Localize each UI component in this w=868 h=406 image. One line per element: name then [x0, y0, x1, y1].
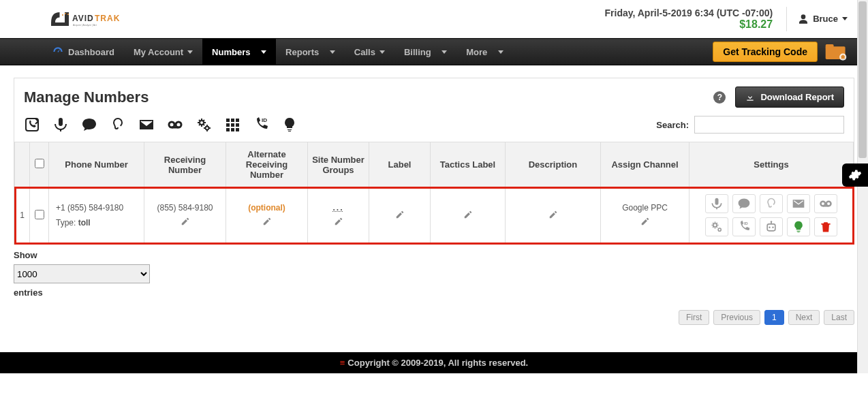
- col-channel[interactable]: Assign Channel: [601, 142, 689, 187]
- nav-calls[interactable]: Calls: [345, 39, 394, 65]
- svg-text:Acquire  |  Analyze  |  Act: Acquire | Analyze | Act: [73, 24, 97, 27]
- page-prev-button[interactable]: Previous: [713, 310, 760, 325]
- svg-rect-20: [236, 123, 239, 127]
- edit-icon[interactable]: [463, 210, 473, 219]
- caret-down-icon: [379, 50, 385, 54]
- manage-numbers-panel: Manage Numbers ? Download Report ID: [14, 78, 854, 245]
- cell-label[interactable]: [369, 187, 431, 244]
- footer: ≡Copyright © 2009-2019, All rights reser…: [0, 352, 868, 373]
- search-box: Search:: [656, 116, 844, 134]
- cell-settings: ID: [689, 187, 854, 244]
- cell-tactics[interactable]: [431, 187, 506, 244]
- download-report-button[interactable]: Download Report: [735, 87, 844, 108]
- edit-icon[interactable]: [395, 210, 405, 219]
- cell-site-groups[interactable]: ...: [308, 187, 369, 244]
- edit-icon[interactable]: [181, 217, 190, 226]
- col-alt-receiving[interactable]: Alternate Receiving Number: [226, 142, 308, 187]
- page-last-button[interactable]: Last: [824, 310, 854, 325]
- phone-number: +1 (855) 584-9180: [56, 203, 140, 213]
- svg-rect-18: [226, 123, 230, 127]
- caret-down-icon: [187, 50, 193, 54]
- email-button[interactable]: [787, 194, 810, 213]
- caret-down-icon: [498, 50, 503, 54]
- col-label[interactable]: Label: [369, 142, 431, 187]
- gears-icon[interactable]: [196, 116, 212, 133]
- col-tactics[interactable]: Tactics Label: [431, 142, 506, 187]
- type-value: toll: [78, 218, 91, 228]
- whisper-button[interactable]: [760, 194, 783, 213]
- svg-text:AVID: AVID: [72, 14, 94, 23]
- nav-more[interactable]: More: [456, 39, 513, 65]
- caller-id-icon[interactable]: ID: [253, 116, 269, 133]
- edit-icon[interactable]: [640, 217, 650, 226]
- get-tracking-code-button[interactable]: Get Tracking Code: [713, 42, 818, 62]
- logo[interactable]: AVID TRAK Acquire | Analyze | Act: [48, 7, 150, 31]
- voicemail-button[interactable]: [814, 194, 837, 213]
- mail-icon[interactable]: [138, 116, 155, 133]
- scrollbar-thumb[interactable]: [858, 1, 867, 158]
- scrollbar-track[interactable]: [857, 0, 868, 373]
- svg-point-1: [65, 12, 66, 14]
- grid-icon[interactable]: [224, 116, 241, 133]
- row-checkbox[interactable]: [35, 210, 44, 219]
- user-menu[interactable]: Bruce: [786, 7, 848, 31]
- cell-alt-receiving[interactable]: (optional): [226, 187, 308, 244]
- svg-point-14: [206, 127, 209, 130]
- settings-side-tab[interactable]: [842, 163, 868, 187]
- lightbulb-icon[interactable]: [281, 116, 298, 133]
- alt-receiving: (optional): [230, 203, 303, 213]
- gear-icon: [848, 168, 862, 182]
- download-icon: [745, 93, 755, 102]
- nav-billing[interactable]: Billing: [394, 39, 456, 65]
- page-first-button[interactable]: First: [679, 310, 709, 325]
- search-input[interactable]: [694, 116, 844, 134]
- sms-button[interactable]: [732, 194, 756, 213]
- chat-icon[interactable]: [81, 116, 97, 133]
- nav-my-account-label: My Account: [134, 47, 183, 57]
- spam-button[interactable]: [760, 217, 783, 236]
- download-report-label: Download Report: [760, 92, 834, 102]
- nav-dashboard-label: Dashboard: [68, 47, 114, 57]
- config-button[interactable]: [705, 217, 728, 236]
- select-all-checkbox[interactable]: [35, 159, 44, 168]
- edit-icon[interactable]: [548, 210, 558, 219]
- site-groups[interactable]: ...: [312, 203, 365, 213]
- edit-icon[interactable]: [262, 217, 272, 226]
- cell-description[interactable]: [506, 187, 601, 244]
- record-button[interactable]: [705, 194, 728, 213]
- edit-icon[interactable]: [334, 217, 343, 226]
- phone-edit-icon[interactable]: [24, 116, 40, 133]
- col-description[interactable]: Description: [506, 142, 601, 187]
- col-phone[interactable]: Phone Number: [49, 142, 144, 187]
- svg-point-29: [718, 228, 721, 231]
- page-next-button[interactable]: Next: [788, 310, 820, 325]
- col-index: [15, 142, 30, 187]
- nav-more-label: More: [466, 47, 487, 57]
- active-button[interactable]: [787, 217, 810, 236]
- help-icon[interactable]: ?: [713, 91, 726, 104]
- ear-icon[interactable]: [110, 116, 126, 133]
- page-size-select[interactable]: 1000: [14, 264, 150, 283]
- nav-my-account[interactable]: My Account: [124, 39, 202, 65]
- nav-numbers[interactable]: Numbers: [202, 39, 276, 65]
- nav-reports[interactable]: Reports: [276, 39, 345, 65]
- nav-billing-label: Billing: [404, 47, 431, 57]
- callerid-button[interactable]: ID: [732, 217, 756, 236]
- balance: $18.27: [605, 18, 773, 31]
- cell-receiving[interactable]: (855) 584-9180: [144, 187, 226, 244]
- microphone-icon[interactable]: [52, 116, 69, 133]
- col-check[interactable]: [30, 142, 49, 187]
- folder-home-icon[interactable]: [824, 43, 848, 61]
- delete-button[interactable]: [814, 217, 837, 236]
- col-settings[interactable]: Settings: [689, 142, 854, 187]
- voicemail-icon[interactable]: [167, 116, 183, 133]
- col-receiving[interactable]: Receiving Number: [144, 142, 226, 187]
- svg-point-13: [200, 121, 204, 125]
- svg-rect-31: [767, 224, 775, 231]
- toolbar: ID: [24, 116, 298, 133]
- row-check[interactable]: [30, 187, 49, 244]
- page-1-button[interactable]: 1: [764, 310, 784, 325]
- cell-channel[interactable]: Google PPC: [601, 187, 689, 244]
- nav-dashboard[interactable]: Dashboard: [42, 39, 124, 65]
- col-site-groups[interactable]: Site Number Groups: [308, 142, 369, 187]
